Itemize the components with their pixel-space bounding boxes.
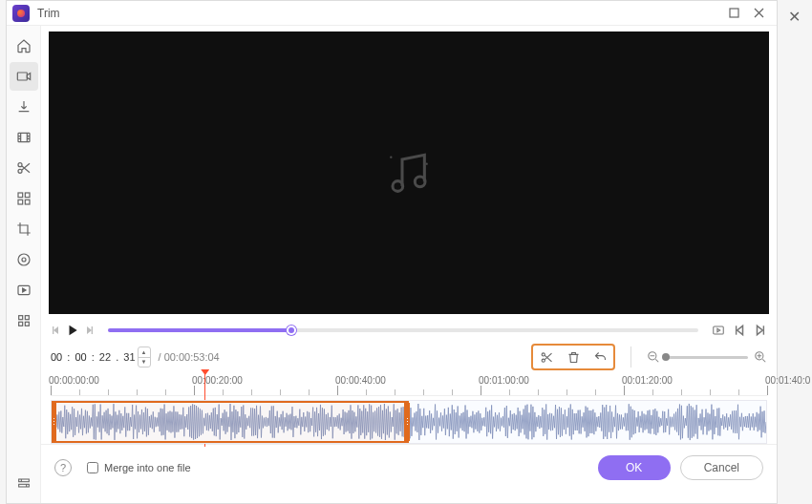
svg-rect-1 <box>17 73 27 80</box>
sidebar-play-icon[interactable] <box>10 276 38 304</box>
cancel-button[interactable]: Cancel <box>680 455 763 480</box>
zoom-controls <box>647 350 767 364</box>
svg-point-20 <box>390 157 392 158</box>
app-icon <box>12 5 30 22</box>
main-panel: 00 : 00 : 22 . 31 ▲▼ / 00:00:53:04 <box>41 26 777 503</box>
music-note-icon <box>382 146 436 200</box>
svg-rect-6 <box>25 193 30 198</box>
svg-rect-25 <box>736 326 737 334</box>
selection-handle-right[interactable] <box>404 403 410 441</box>
svg-rect-17 <box>18 484 29 487</box>
selection-handle-left[interactable] <box>51 403 56 441</box>
svg-point-10 <box>22 258 26 262</box>
svg-rect-0 <box>730 9 738 17</box>
sidebar-film-icon[interactable] <box>10 123 38 152</box>
merge-label[interactable]: Merge into one file <box>104 462 191 473</box>
svg-rect-14 <box>18 322 22 326</box>
stepper-up[interactable]: ▲ <box>139 347 150 358</box>
sidebar-home-icon[interactable] <box>10 32 38 60</box>
stepper-down[interactable]: ▼ <box>139 358 150 368</box>
trim-window: Trim <box>6 0 778 504</box>
time-f: 31 <box>123 351 135 363</box>
skip-end-button[interactable] <box>754 324 767 337</box>
window-title: Trim <box>37 7 60 20</box>
svg-point-9 <box>18 254 30 265</box>
selection-region[interactable] <box>52 401 409 443</box>
zoom-out-button[interactable] <box>647 350 660 364</box>
svg-point-19 <box>415 177 425 187</box>
svg-rect-8 <box>25 200 30 204</box>
progress-thumb[interactable] <box>287 326 296 335</box>
divider <box>630 346 631 368</box>
footer: ? Merge into one file OK Cancel <box>41 444 777 490</box>
cut-button[interactable] <box>537 347 556 367</box>
time-s: 22 <box>99 351 111 363</box>
merge-checkbox[interactable] <box>87 462 98 473</box>
sidebar-disc-icon[interactable] <box>10 245 38 274</box>
svg-rect-2 <box>18 133 30 141</box>
time-input[interactable]: 00 : 00 : 22 . 31 ▲▼ <box>51 346 151 368</box>
svg-rect-24 <box>714 326 724 334</box>
time-row: 00 : 00 : 22 . 31 ▲▼ / 00:00:53:04 <box>41 343 777 371</box>
progress-bar[interactable] <box>108 328 698 332</box>
sidebar-video-icon[interactable] <box>10 62 38 91</box>
sidebar <box>7 26 41 503</box>
sidebar-settings-icon[interactable] <box>10 469 38 497</box>
trim-tools <box>531 344 615 370</box>
svg-point-21 <box>426 163 428 165</box>
svg-rect-13 <box>25 316 29 320</box>
play-button[interactable] <box>66 324 79 337</box>
sidebar-download-icon[interactable] <box>10 93 38 121</box>
time-stepper[interactable]: ▲▼ <box>138 346 151 368</box>
sidebar-merge-icon[interactable] <box>10 184 38 213</box>
timeline-ruler[interactable]: 00:00:00:0000:00:20:0000:00:40:0000:01:0… <box>51 373 767 396</box>
svg-point-27 <box>542 352 545 355</box>
svg-rect-22 <box>53 326 53 334</box>
close-button[interactable] <box>746 4 771 23</box>
time-h: 00 <box>51 351 62 363</box>
titlebar: Trim <box>7 1 777 26</box>
merge-checkbox-group: Merge into one file <box>87 462 191 473</box>
svg-rect-26 <box>763 326 764 334</box>
svg-rect-12 <box>18 316 22 320</box>
zoom-thumb[interactable] <box>662 353 670 361</box>
svg-rect-7 <box>18 200 23 204</box>
ok-button[interactable]: OK <box>598 455 671 480</box>
progress-fill <box>108 328 291 332</box>
svg-point-28 <box>542 359 545 362</box>
maximize-button[interactable] <box>721 4 746 23</box>
undo-button[interactable] <box>590 347 609 367</box>
prev-frame-button[interactable] <box>51 325 62 336</box>
timeline: 00:00:00:0000:00:20:0000:00:40:0000:01:0… <box>51 373 767 444</box>
svg-point-3 <box>18 163 22 167</box>
svg-rect-23 <box>92 326 93 334</box>
svg-rect-15 <box>25 322 29 326</box>
svg-point-4 <box>18 169 22 173</box>
total-time: / 00:00:53:04 <box>159 351 220 363</box>
sidebar-apps-icon[interactable] <box>10 306 38 335</box>
sidebar-scissors-icon[interactable] <box>10 154 38 182</box>
zoom-slider[interactable] <box>666 356 748 359</box>
svg-rect-5 <box>18 193 23 198</box>
zoom-in-button[interactable] <box>754 350 767 364</box>
waveform-track[interactable] <box>51 400 767 444</box>
loop-button[interactable] <box>712 324 725 337</box>
playback-controls <box>41 318 777 343</box>
time-m: 00 <box>75 351 86 363</box>
svg-rect-16 <box>18 479 29 482</box>
next-frame-button[interactable] <box>83 325 95 336</box>
delete-button[interactable] <box>564 347 583 367</box>
outer-close-button[interactable]: ✕ <box>788 8 801 26</box>
sidebar-crop-icon[interactable] <box>10 215 38 243</box>
help-button[interactable]: ? <box>54 459 72 476</box>
skip-start-button[interactable] <box>733 324 746 337</box>
preview-area[interactable] <box>49 32 769 314</box>
